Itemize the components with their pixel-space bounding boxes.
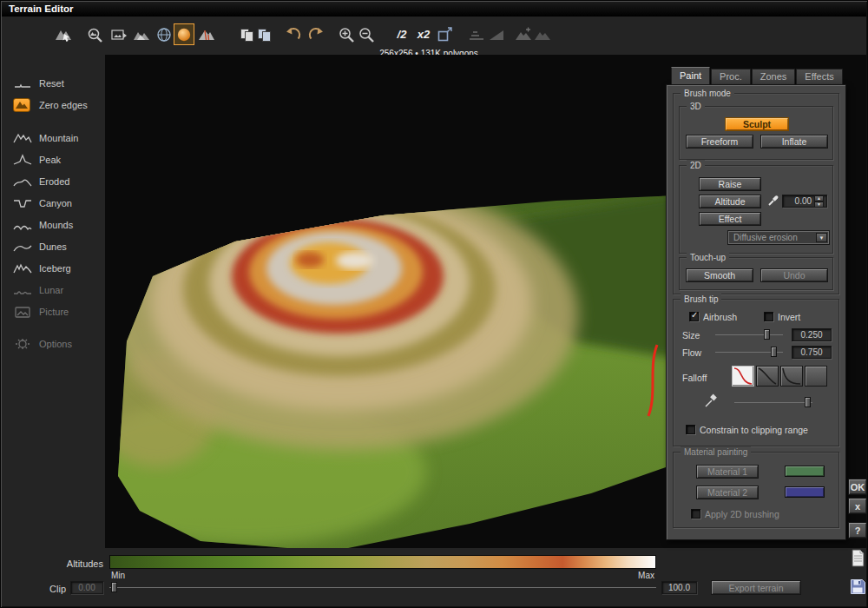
tab-proc[interactable]: Proc. — [711, 69, 751, 84]
undo-icon[interactable] — [283, 23, 304, 45]
dunes-icon — [13, 241, 39, 253]
clip-low-field[interactable]: 0.00 — [70, 581, 103, 594]
sidebar-item-lunar[interactable]: Lunar — [1, 279, 105, 301]
falloff-linear-icon[interactable] — [756, 366, 779, 387]
material2-button[interactable]: Material 2 — [696, 486, 759, 499]
sidebar-item-zero-edges[interactable]: Zero edges — [1, 94, 105, 116]
apply-2d-brushing-checkbox[interactable]: Apply 2D brushing — [691, 508, 779, 519]
sidebar-item-dunes[interactable]: Dunes — [1, 235, 105, 257]
sculpt-button[interactable]: Sculpt — [725, 117, 789, 131]
import-image-icon[interactable] — [108, 23, 129, 45]
sphere-view-icon[interactable] — [174, 23, 194, 45]
checkbox-box — [764, 312, 773, 321]
raise-terrain-icon[interactable] — [513, 23, 534, 45]
sidebar-item-mounds[interactable]: Mounds — [1, 214, 105, 235]
close-button[interactable]: x — [848, 498, 867, 514]
altitude-button[interactable]: Altitude — [699, 195, 761, 208]
slider-thumb[interactable] — [764, 329, 770, 340]
material-painting-title: Material painting — [681, 446, 751, 458]
min-label: Min — [111, 571, 125, 580]
group-3d-title: 3D — [687, 101, 705, 112]
falloff-flat-icon[interactable] — [805, 366, 827, 387]
pin-icon[interactable] — [703, 393, 718, 412]
zoom-terrain-icon[interactable] — [85, 23, 106, 45]
sidebar-item-iceberg[interactable]: Iceberg — [1, 257, 105, 279]
flatten-tool-icon[interactable] — [466, 23, 487, 45]
smooth-button[interactable]: Smooth — [686, 268, 753, 282]
flow-value: 0.750 — [800, 347, 822, 358]
tab-paint[interactable]: Paint — [671, 67, 710, 84]
zoom-in-icon[interactable] — [337, 23, 358, 45]
material-painting-group: Material painting Material 1 Material 2 … — [673, 452, 839, 528]
sidebar-item-options[interactable]: Options — [1, 333, 105, 354]
clip-high-value: 100.0 — [668, 582, 690, 593]
brush-tip-group: Brush tip Airbrush Invert Size 0.250 — [673, 299, 839, 446]
material1-button[interactable]: Material 1 — [696, 465, 759, 479]
constrain-checkbox[interactable]: Constrain to clipping range — [686, 424, 808, 435]
resize-terrain-icon[interactable] — [435, 23, 456, 45]
airbrush-checkbox[interactable]: Airbrush — [689, 311, 737, 322]
double-resolution-button[interactable]: x2 — [413, 23, 434, 45]
sidebar-item-mountain[interactable]: Mountain — [1, 127, 105, 149]
inflate-button[interactable]: Inflate — [760, 135, 828, 149]
sidebar-item-label: Peak — [39, 155, 61, 165]
altitude-spinner[interactable]: ▲▼ — [814, 195, 824, 208]
flow-value-field[interactable]: 0.750 — [792, 346, 832, 359]
sidebar-item-label: Lunar — [39, 285, 63, 295]
freeform-button[interactable]: Freeform — [686, 135, 753, 149]
save-icon[interactable] — [848, 574, 867, 598]
size-slider[interactable] — [715, 329, 783, 340]
paste-icon[interactable] — [254, 23, 275, 45]
undo-button[interactable]: Undo — [760, 268, 828, 282]
sidebar-item-reset[interactable]: Reset — [1, 72, 105, 94]
group-2d: 2D Raise Altitude 0.00 ▲▼ Effect Diffusi… — [679, 165, 833, 254]
export-terrain-button[interactable]: Export terrain — [711, 580, 801, 595]
half-resolution-button[interactable]: /2 — [391, 23, 412, 45]
tab-zones[interactable]: Zones — [752, 69, 796, 84]
slider-thumb[interactable] — [771, 347, 777, 357]
material1-swatch[interactable] — [785, 466, 825, 477]
notes-file-icon[interactable] — [848, 546, 867, 569]
generate-terrain-icon[interactable] — [131, 23, 152, 45]
altitude-value-field[interactable]: 0.00 ▲▼ — [782, 195, 827, 208]
mountain-icon — [13, 132, 39, 144]
raise-button[interactable]: Raise — [699, 177, 761, 191]
clip-high-field[interactable]: 100.0 — [661, 581, 697, 594]
slider-thumb[interactable] — [111, 582, 117, 592]
flow-slider[interactable] — [715, 347, 783, 358]
checkbox-box — [691, 509, 700, 519]
sidebar-item-peak[interactable]: Peak — [1, 149, 105, 170]
redo-icon[interactable] — [306, 23, 326, 45]
slider-thumb[interactable] — [805, 397, 811, 407]
constrain-label: Constrain to clipping range — [700, 425, 808, 435]
effect-button[interactable]: Effect — [699, 212, 761, 226]
eyedropper-icon[interactable] — [766, 194, 779, 211]
help-button[interactable]: ? — [848, 522, 867, 539]
invert-checkbox[interactable]: Invert — [764, 311, 800, 322]
falloff-smooth-icon[interactable] — [732, 366, 754, 387]
lower-terrain-icon[interactable] — [532, 23, 553, 45]
slope-tool-icon[interactable] — [486, 23, 507, 45]
erode-tool-icon[interactable] — [196, 23, 217, 45]
invert-label: Invert — [778, 312, 800, 322]
clip-slider[interactable] — [109, 582, 656, 593]
falloff-sharp-icon[interactable] — [780, 366, 803, 387]
terrain-tool-icon[interactable] — [53, 23, 74, 45]
material2-swatch[interactable] — [785, 486, 825, 498]
sidebar-item-label: Reset — [39, 78, 64, 89]
tab-effects[interactable]: Effects — [796, 69, 842, 84]
sidebar-item-eroded[interactable]: Eroded — [1, 170, 105, 192]
pin-slider[interactable] — [734, 397, 812, 408]
effect-type-dropdown[interactable]: Diffusive erosion ▼ — [728, 231, 829, 244]
title-bar[interactable]: Terrain Editor — [2, 2, 866, 17]
zoom-out-icon[interactable] — [357, 23, 378, 45]
clip-label: Clip — [25, 584, 66, 594]
ok-button[interactable]: OK — [848, 479, 867, 495]
canyon-icon — [13, 197, 39, 209]
sidebar-item-canyon[interactable]: Canyon — [1, 192, 105, 214]
touchup-title: Touch-up — [687, 252, 729, 263]
globe-view-icon[interactable] — [154, 23, 174, 45]
sidebar-item-label: Iceberg — [39, 263, 71, 274]
size-value-field[interactable]: 0.250 — [792, 328, 832, 341]
sidebar-item-picture[interactable]: Picture — [1, 301, 105, 322]
